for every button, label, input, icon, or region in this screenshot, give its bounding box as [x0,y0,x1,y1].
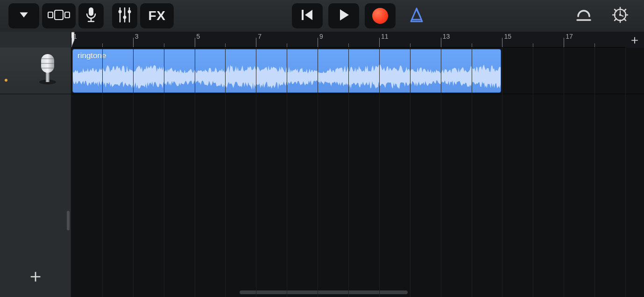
ruler-bar-number: 13 [443,33,450,40]
input-mic-button[interactable] [78,3,104,28]
timeline-ruler[interactable]: 135791113151719 [71,32,644,48]
go-to-start-icon [300,8,314,24]
svg-point-10 [123,16,127,19]
svg-line-22 [615,9,616,11]
loop-button[interactable] [568,3,599,28]
svg-rect-12 [302,10,304,20]
ruler-bar-number: 5 [197,33,200,40]
ruler-track-header-spacer [0,32,71,48]
add-section-button[interactable]: ＋ [625,32,644,48]
svg-line-25 [615,19,616,21]
fx-button[interactable]: FX [140,3,174,28]
timeline-lanes[interactable]: ringtone [71,48,644,297]
settings-button[interactable] [605,3,636,28]
plus-icon: ＋ [26,263,45,289]
ruler-bar-number: 17 [566,33,573,40]
svg-point-9 [119,10,122,14]
add-track-button[interactable]: ＋ [0,262,71,289]
loop-icon [575,6,593,26]
metronome-button[interactable] [401,3,432,28]
studio-microphone-icon [36,53,59,89]
chevron-down-icon [18,9,30,23]
tracks-area: ＋ ringtone [0,48,644,297]
record-icon [372,8,388,24]
svg-rect-3 [89,7,93,16]
svg-line-27 [620,15,623,16]
ruler-bar-number: 15 [504,33,511,40]
fx-label: FX [149,8,166,23]
mixer-sliders-icon [118,7,132,25]
settings-gear-icon [612,7,629,25]
metronome-icon [408,7,425,25]
ruler-bar-number: 7 [258,33,262,40]
track-header-1[interactable] [0,48,71,94]
ruler-bar-number: 11 [381,33,389,40]
plus-icon: ＋ [629,32,641,48]
play-icon [337,8,351,24]
browser-icon [48,9,70,22]
track-view-button[interactable] [42,3,76,28]
go-to-start-button[interactable] [292,3,323,28]
horizontal-scrollbar-thumb[interactable] [240,290,408,294]
view-menu-button[interactable] [8,3,39,28]
record-button[interactable] [365,3,396,28]
ruler-row: 135791113151719 ＋ [0,32,644,48]
ruler-bar-number: 9 [319,33,323,40]
svg-line-13 [417,9,420,17]
vertical-scrollbar-thumb[interactable] [67,211,70,230]
track-lane-1[interactable]: ringtone [71,48,644,94]
mixer-button[interactable] [112,3,137,28]
svg-rect-1 [55,10,63,20]
toolbar: FX [0,0,644,32]
svg-line-23 [624,19,626,21]
play-button[interactable] [328,3,359,28]
track-headers: ＋ [0,48,71,297]
svg-rect-29 [46,72,50,82]
ruler-bar-number: 1 [73,33,77,40]
track-headers-empty: ＋ [0,94,71,297]
ruler-bar-number: 3 [135,33,139,40]
record-armed-indicator [5,79,7,82]
svg-rect-2 [65,12,70,18]
microphone-icon [86,7,96,25]
svg-line-24 [624,9,626,11]
svg-rect-0 [48,12,53,18]
svg-point-11 [128,10,131,14]
